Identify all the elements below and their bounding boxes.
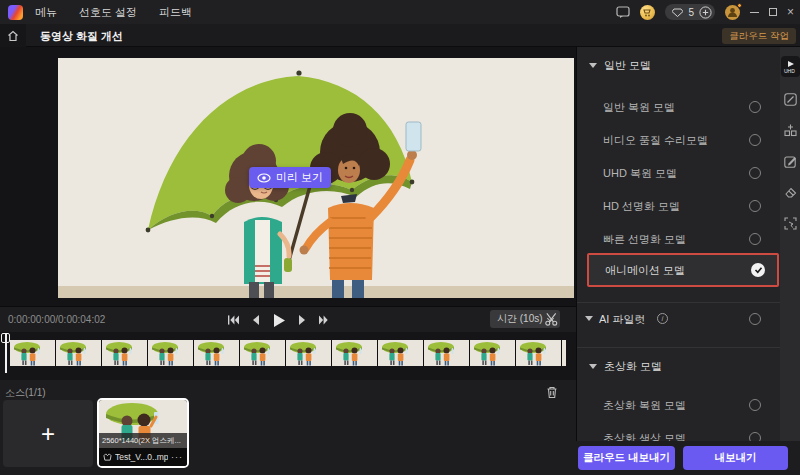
pen-icon[interactable] <box>781 90 799 108</box>
preview-button-label: 미리 보기 <box>276 170 323 185</box>
home-icon <box>7 30 19 42</box>
next-frame-button[interactable] <box>298 315 306 325</box>
prev-frame-button[interactable] <box>252 315 260 325</box>
section-label: 초상화 모델 <box>604 359 662 374</box>
radio-icon[interactable] <box>749 233 761 245</box>
file-badge-icon <box>103 453 112 461</box>
info-icon[interactable] <box>657 313 668 324</box>
radio-icon[interactable] <box>749 134 761 146</box>
section-portrait-models[interactable]: 초상화 모델 <box>589 359 662 374</box>
model-option-animation-selected[interactable]: 애니메이션 모델 <box>587 253 779 287</box>
divider <box>577 302 781 303</box>
model-option-video-repair[interactable]: 비디오 품질 수리모델 <box>577 130 781 152</box>
scissors-icon <box>544 312 559 326</box>
check-icon <box>751 263 765 277</box>
model-option-label: UHD 복원 모델 <box>603 166 677 181</box>
section-general-models[interactable]: 일반 모델 <box>589 58 651 73</box>
maximize-button[interactable] <box>769 8 777 16</box>
source-thumbnail-card[interactable]: 2560*1440(2X 업스케... Test_V...0..mp4 ··· <box>97 398 189 468</box>
add-credit-icon[interactable] <box>699 6 712 19</box>
trim-button[interactable] <box>544 312 559 330</box>
skip-start-button[interactable] <box>228 315 239 325</box>
edit-icon[interactable] <box>781 152 799 170</box>
preferences-button[interactable]: 선호도 설정 <box>79 5 137 20</box>
app-window: 메뉴 선호도 설정 피드백 5 <box>0 0 800 475</box>
notification-dot <box>737 3 742 8</box>
trash-icon <box>546 386 558 399</box>
model-option-general-restore[interactable]: 일반 복원 모델 <box>577 97 781 119</box>
tab-video-enhance[interactable]: 동영상 화질 개선 <box>40 29 123 44</box>
credit-count: 5 <box>688 7 694 18</box>
radio-icon[interactable] <box>749 399 761 411</box>
model-option-label: HD 선명화 모델 <box>603 199 680 214</box>
batch-add-icon[interactable] <box>781 121 799 139</box>
timeline-filmstrip[interactable] <box>0 332 576 380</box>
source-more-button[interactable]: ··· <box>171 452 183 462</box>
store-coin-icon[interactable] <box>640 5 655 20</box>
model-option-hd-sharpen[interactable]: HD 선명화 모델 <box>577 196 781 218</box>
feedback-button[interactable]: 피드백 <box>159 5 192 20</box>
radio-icon[interactable] <box>749 101 761 113</box>
delete-source-button[interactable] <box>546 385 558 403</box>
svg-text:UHD: UHD <box>784 68 795 74</box>
collapse-triangle-icon <box>589 364 597 369</box>
collapse-triangle-icon <box>585 316 593 321</box>
source-area: 소스(1/1) 2560*1440(2X 업스케... Test_V...0..… <box>0 380 576 475</box>
model-option-ai-pilot[interactable]: AI 파일럿 <box>577 309 781 331</box>
video-stage: 미리 보기 <box>0 47 576 306</box>
gem-icon <box>672 8 683 17</box>
export-button[interactable]: 내보내기 <box>683 446 788 470</box>
radio-icon[interactable] <box>749 313 761 325</box>
radio-icon[interactable] <box>749 167 761 179</box>
credits-pill[interactable]: 5 <box>665 4 715 20</box>
close-button[interactable] <box>787 6 794 18</box>
eraser-icon[interactable] <box>781 183 799 201</box>
resolution-overlay-label: 2560*1440(2X 업스케... <box>99 433 187 448</box>
model-panel: 일반 모델 일반 복원 모델 비디오 품질 수리모델 UHD 복원 모델 HD … <box>576 47 780 475</box>
source-count-label: 소스(1/1) <box>5 386 46 400</box>
collapse-triangle-icon <box>589 63 597 68</box>
home-button[interactable] <box>0 24 26 47</box>
tool-strip: UHD <box>780 47 800 475</box>
transport-bar: 0:00:00:00/0:00:04:02 시간 (10s) <box>0 306 576 332</box>
tabbar: 동영상 화질 개선 클라우드 작업 <box>0 24 800 47</box>
play-button[interactable] <box>273 314 285 327</box>
section-label: AI 파일럿 <box>599 312 645 327</box>
menu-button[interactable]: 메뉴 <box>35 5 57 20</box>
source-file-name: Test_V...0..mp4 <box>115 452 168 462</box>
model-option-label: 빠른 선명화 모델 <box>603 232 686 247</box>
model-option-fast-sharpen[interactable]: 빠른 선명화 모델 <box>577 229 781 251</box>
skip-end-button[interactable] <box>319 315 330 325</box>
radio-icon[interactable] <box>749 200 761 212</box>
model-option-uhd-restore[interactable]: UHD 복원 모델 <box>577 163 781 185</box>
divider <box>577 347 781 348</box>
model-option-label: 애니메이션 모델 <box>605 263 685 278</box>
selection-icon[interactable] <box>781 214 799 232</box>
time-scale-label: 시간 (10s) <box>497 312 543 326</box>
enhance-video-icon[interactable]: UHD <box>781 56 800 77</box>
chat-feedback-icon[interactable] <box>616 6 630 18</box>
cloud-export-button[interactable]: 클라우드 내보내기 <box>578 446 675 470</box>
model-option-label: 비디오 품질 수리모델 <box>603 133 708 148</box>
model-option-label: 초상화 복원 모델 <box>603 398 686 413</box>
filmstrip-frames[interactable] <box>10 340 566 366</box>
account-avatar[interactable] <box>725 5 740 20</box>
model-option-label: 일반 복원 모델 <box>603 100 675 115</box>
playhead-grip[interactable] <box>1 333 10 343</box>
app-logo-icon <box>8 5 23 20</box>
add-source-button[interactable] <box>3 400 93 467</box>
titlebar: 메뉴 선호도 설정 피드백 5 <box>0 0 800 24</box>
minimize-button[interactable] <box>750 12 759 13</box>
model-option-portrait-restore[interactable]: 초상화 복원 모델 <box>577 395 781 417</box>
section-label: 일반 모델 <box>604 58 651 73</box>
eye-icon <box>257 173 271 183</box>
cloud-job-button[interactable]: 클라우드 작업 <box>722 28 796 44</box>
preview-button[interactable]: 미리 보기 <box>249 167 331 188</box>
timecode: 0:00:00:00/0:00:04:02 <box>8 314 105 325</box>
